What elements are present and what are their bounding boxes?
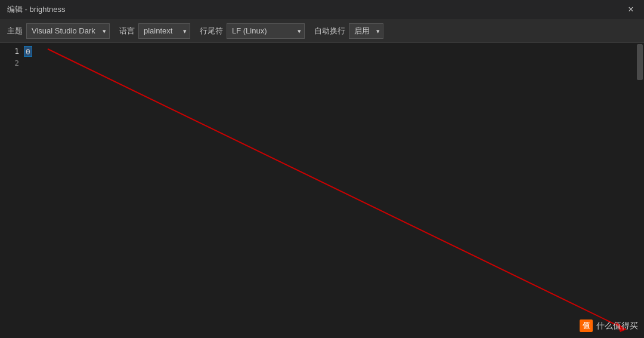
line-ending-select[interactable]: LF (Linux) CRLF (Windows) CR (Mac): [227, 23, 305, 39]
theme-select-wrapper: Visual Studio Dark Visual Studio Light H…: [26, 23, 110, 39]
theme-select[interactable]: Visual Studio Dark Visual Studio Light H…: [26, 23, 110, 39]
line-ending-group: 行尾符 LF (Linux) CRLF (Windows) CR (Mac): [200, 23, 305, 39]
line-number-1: 1: [14, 45, 19, 57]
watermark-site-name: 什么值得买: [596, 321, 638, 331]
theme-group: 主题 Visual Studio Dark Visual Studio Ligh…: [7, 23, 110, 39]
selected-text: 0: [24, 46, 32, 57]
watermark: 值 什么值得买: [580, 319, 638, 332]
line-ending-label: 行尾符: [200, 26, 223, 36]
svg-line-0: [48, 49, 626, 330]
language-select[interactable]: plaintext javascript python css html: [138, 23, 190, 39]
language-select-wrapper: plaintext javascript python css html: [138, 23, 190, 39]
auto-wrap-select[interactable]: 启用 禁用: [349, 23, 383, 39]
editor-container: 1 2 0: [0, 43, 644, 338]
window-title: 编辑 - brightness: [7, 4, 66, 15]
language-label: 语言: [119, 26, 135, 36]
toolbar: 主题 Visual Studio Dark Visual Studio Ligh…: [0, 19, 644, 43]
auto-wrap-select-wrapper: 启用 禁用: [349, 23, 383, 39]
line-number-2: 2: [14, 57, 19, 69]
line-numbers: 1 2: [0, 43, 24, 338]
watermark-badge: 值: [580, 319, 593, 332]
title-bar: 编辑 - brightness ×: [0, 0, 644, 19]
auto-wrap-label: 自动换行: [314, 26, 345, 36]
theme-label: 主题: [7, 26, 23, 36]
auto-wrap-group: 自动换行 启用 禁用: [314, 23, 383, 39]
editor-window: 编辑 - brightness × 主题 Visual Studio Dark …: [0, 0, 644, 338]
close-button[interactable]: ×: [625, 4, 637, 16]
editor-line-1: 0: [24, 45, 636, 57]
scrollbar-thumb[interactable]: [637, 44, 643, 80]
language-group: 语言 plaintext javascript python css html: [119, 23, 190, 39]
scrollbar[interactable]: [636, 43, 644, 338]
editor-content[interactable]: 0: [24, 43, 636, 338]
diagonal-line: [24, 43, 636, 338]
line-ending-select-wrapper: LF (Linux) CRLF (Windows) CR (Mac): [227, 23, 305, 39]
